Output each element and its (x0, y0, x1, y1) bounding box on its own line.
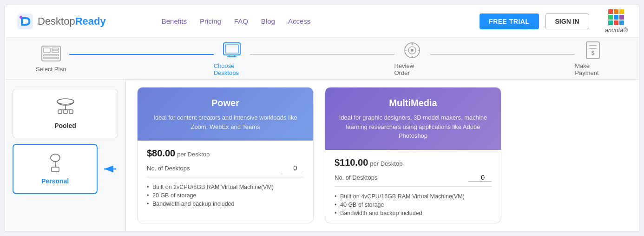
plan-power-title: Power (211, 98, 239, 108)
step-choose-desktops[interactable]: Choose Desktops (214, 41, 250, 76)
anunta-grid-icon (608, 9, 624, 25)
main-content: Pooled Personal (5, 80, 639, 231)
step-select-plan[interactable]: Select Plan (33, 44, 69, 73)
step-bar: Select Plan Choose Desktops (5, 38, 639, 80)
sidebar-card-pooled[interactable]: Pooled (13, 89, 118, 138)
plan-card-power-body: $80.00 per Desktop No. of Desktops Built… (138, 141, 313, 223)
plan-power-desktops-label: No. of Desktops (147, 165, 190, 172)
plan-power-price-row: $80.00 per Desktop (147, 148, 304, 159)
svg-rect-26 (58, 110, 62, 114)
step-connector-3 (430, 54, 503, 55)
pooled-icon (53, 98, 78, 118)
plan-power-features: Built on 2vCPU/8GB RAM Virtual Machine(V… (147, 183, 304, 208)
step-connector-1b (141, 54, 214, 55)
svg-point-14 (411, 49, 414, 52)
sign-in-button[interactable]: SIGN IN (545, 13, 589, 29)
plan-multimedia-price-row: $110.00 per Desktop (335, 157, 492, 168)
nav-faq[interactable]: FAQ (234, 17, 248, 25)
personal-icon (43, 153, 67, 174)
svg-rect-9 (225, 45, 238, 53)
plan-multimedia-feature-3: Bandwidth and backup included (335, 209, 492, 217)
plan-multimedia-price-unit: per Desktop (370, 160, 402, 167)
step-connector-1 (69, 54, 142, 55)
plan-multimedia-desc: Ideal for graphic designers, 3D model ma… (336, 113, 490, 141)
sidebar-card-personal[interactable]: Personal (13, 144, 98, 194)
plan-multimedia-features: Built on 4vCPU/16GB RAM Virtual Machine(… (335, 192, 492, 217)
plans-area: Power Ideal for content creators and int… (126, 80, 639, 231)
sidebar-card-personal-label: Personal (41, 177, 69, 185)
plan-card-power-header: Power Ideal for content creators and int… (138, 88, 313, 141)
plan-multimedia-title: MultiMedia (389, 98, 437, 108)
plan-power-feature-1: Built on 2vCPU/8GB RAM Virtual Machine(V… (147, 183, 304, 191)
svg-rect-4 (52, 48, 59, 50)
make-payment-icon: $ (582, 41, 604, 60)
free-trial-button[interactable]: FREE TRIAL (480, 13, 539, 29)
svg-point-29 (51, 154, 60, 162)
svg-rect-3 (44, 48, 50, 53)
step-make-payment[interactable]: $ Make Payment (575, 41, 611, 76)
choose-desktops-icon (221, 41, 243, 60)
sidebar: Pooled Personal (5, 80, 126, 231)
review-order-icon (401, 41, 423, 60)
plan-card-multimedia: MultiMedia Ideal for graphic designers, … (325, 87, 501, 223)
svg-point-1 (20, 16, 22, 19)
logo-icon (16, 13, 34, 30)
logo-text-plain: Desktop (38, 15, 75, 27)
step-choose-desktops-label: Choose Desktops (214, 62, 250, 76)
svg-rect-5 (52, 51, 59, 53)
plan-card-multimedia-body: $110.00 per Desktop No. of Desktops Buil… (325, 150, 501, 224)
plan-power-desktops-input[interactable] (281, 164, 304, 172)
svg-point-23 (57, 99, 74, 104)
nav-access[interactable]: Access (288, 17, 310, 25)
svg-rect-28 (69, 110, 73, 114)
logo-text-accent: Ready (75, 15, 106, 27)
nav-benefits[interactable]: Benefits (162, 17, 187, 25)
logo[interactable]: DesktopReady (16, 13, 106, 30)
svg-rect-27 (64, 110, 67, 114)
step-connector-2 (250, 54, 322, 55)
plan-power-desc: Ideal for content creators and intensive… (149, 113, 302, 131)
nav-blog[interactable]: Blog (261, 17, 275, 25)
step-select-plan-label: Select Plan (36, 66, 66, 73)
plan-multimedia-feature-1: Built on 4vCPU/16GB RAM Virtual Machine(… (335, 192, 492, 201)
plan-multimedia-price: $110.00 (335, 157, 368, 168)
header-actions: FREE TRIAL SIGN IN anunta® (480, 9, 628, 34)
plan-multimedia-desktops-row: No. of Desktops (335, 174, 492, 187)
plan-power-price: $80.00 (147, 148, 175, 159)
header: DesktopReady Benefits Pricing FAQ Blog A… (5, 5, 639, 38)
select-plan-icon (40, 44, 62, 63)
plan-power-feature-3: Bandwidth and backup included (147, 200, 304, 208)
step-connector-3b (503, 54, 575, 55)
plan-power-feature-2: 20 GB of storage (147, 191, 304, 200)
plan-card-multimedia-header: MultiMedia Ideal for graphic designers, … (325, 88, 501, 150)
nav-links: Benefits Pricing FAQ Blog Access (162, 17, 310, 25)
step-review-order-label: Review Order (394, 62, 431, 76)
step-connector-2b (322, 54, 394, 55)
svg-rect-6 (44, 54, 59, 56)
plan-card-power: Power Ideal for content creators and int… (137, 87, 314, 223)
logo-wordmark: DesktopReady (38, 15, 106, 27)
step-review-order[interactable]: Review Order (394, 41, 431, 76)
svg-rect-7 (44, 57, 59, 59)
plan-power-desktops-row: No. of Desktops (147, 164, 304, 177)
plan-multimedia-desktops-input[interactable] (468, 174, 492, 182)
plan-power-price-unit: per Desktop (177, 151, 210, 158)
anunta-label: anunta® (605, 27, 628, 34)
plan-multimedia-desktops-label: No. of Desktops (335, 174, 378, 181)
svg-text:$: $ (591, 50, 595, 56)
step-make-payment-label: Make Payment (575, 62, 611, 76)
arrow-indicator (101, 162, 118, 176)
svg-rect-31 (52, 167, 59, 172)
plan-multimedia-feature-2: 40 GB of storage (335, 201, 492, 209)
sidebar-card-pooled-label: Pooled (54, 122, 76, 129)
anunta-logo: anunta® (605, 9, 628, 34)
nav-pricing[interactable]: Pricing (200, 17, 221, 25)
